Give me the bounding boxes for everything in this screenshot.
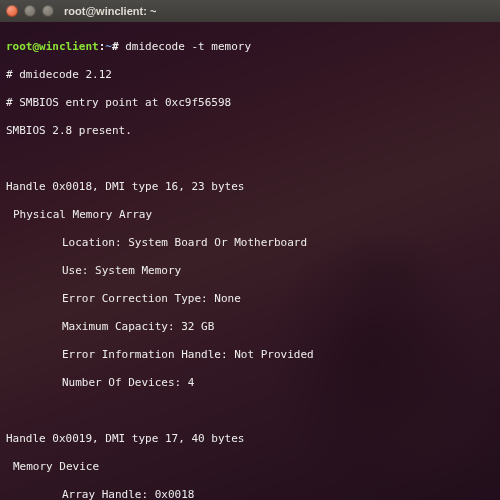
output-line: SMBIOS 2.8 present. bbox=[6, 124, 494, 138]
prompt-line: root@winclient:~# dmidecode -t memory bbox=[6, 40, 494, 54]
prompt-user: root@winclient bbox=[6, 40, 99, 53]
field-line: Error Information Handle: Not Provided bbox=[6, 348, 494, 362]
window-titlebar[interactable]: root@winclient: ~ bbox=[0, 0, 500, 22]
handle-line: Handle 0x0018, DMI type 16, 23 bytes bbox=[6, 180, 494, 194]
maximize-icon[interactable] bbox=[42, 5, 54, 17]
field-line: Number Of Devices: 4 bbox=[6, 376, 494, 390]
section-title: Physical Memory Array bbox=[6, 208, 494, 222]
field-line: Array Handle: 0x0018 bbox=[6, 488, 494, 500]
field-line: Use: System Memory bbox=[6, 264, 494, 278]
output-line: # dmidecode 2.12 bbox=[6, 68, 494, 82]
minimize-icon[interactable] bbox=[24, 5, 36, 17]
window-title: root@winclient: ~ bbox=[64, 4, 156, 18]
field-line: Error Correction Type: None bbox=[6, 292, 494, 306]
handle-line: Handle 0x0019, DMI type 17, 40 bytes bbox=[6, 432, 494, 446]
blank-line bbox=[6, 152, 494, 166]
blank-line bbox=[6, 404, 494, 418]
prompt-path: ~ bbox=[105, 40, 112, 53]
command-text: dmidecode -t memory bbox=[125, 40, 251, 53]
terminal-viewport[interactable]: root@winclient:~# dmidecode -t memory # … bbox=[0, 22, 500, 500]
output-line: # SMBIOS entry point at 0xc9f56598 bbox=[6, 96, 494, 110]
close-icon[interactable] bbox=[6, 5, 18, 17]
prompt-sigil: # bbox=[112, 40, 119, 53]
field-line: Maximum Capacity: 32 GB bbox=[6, 320, 494, 334]
field-line: Location: System Board Or Motherboard bbox=[6, 236, 494, 250]
section-title: Memory Device bbox=[6, 460, 494, 474]
